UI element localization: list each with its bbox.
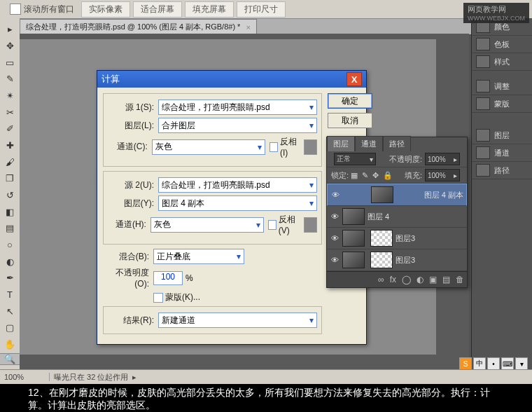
visibility-icon[interactable]: 👁: [330, 212, 340, 221]
src1-label: 源 1(S):: [108, 102, 154, 114]
layer-thumb: [371, 186, 393, 203]
chevron-down-icon: ▾: [256, 220, 260, 230]
mask-panel-button[interactable]: 蒙版: [472, 95, 532, 113]
opacity-field[interactable]: 100%▸: [425, 153, 460, 165]
fill-field[interactable]: 100%▸: [425, 169, 460, 181]
ime-badges: S 中 • ⌨ ▾: [459, 357, 528, 370]
layers-panel: 图层 通道 路径 正常▾ 不透明度: 100%▸ 锁定: ▦ ✎ ✥ 🔒 填充:…: [326, 137, 468, 288]
zoom-tool[interactable]: 🔍: [0, 353, 20, 365]
close-icon[interactable]: X: [346, 72, 362, 86]
result-select[interactable]: 新建通道▾: [158, 313, 317, 328]
cancel-button[interactable]: 取消: [328, 113, 372, 128]
new-layer-icon[interactable]: ▤: [442, 275, 450, 284]
folder-icon[interactable]: ▣: [429, 275, 437, 284]
hand-tool[interactable]: ✋: [2, 337, 18, 352]
src1-chan-select[interactable]: 灰色▾: [152, 139, 265, 155]
opacity-input[interactable]: 100: [153, 271, 183, 285]
tab-paths[interactable]: 路径: [383, 136, 411, 151]
ime-kbd-icon[interactable]: ⌨: [501, 357, 514, 370]
marquee-tool[interactable]: ▭: [2, 55, 18, 70]
path-tool[interactable]: ↖: [2, 303, 18, 319]
link-icon[interactable]: ∞: [378, 275, 384, 284]
ime-ext-icon[interactable]: ▾: [515, 357, 528, 370]
fx-icon[interactable]: fx: [390, 275, 396, 284]
lock-brush-icon[interactable]: ✎: [362, 171, 368, 180]
visibility-icon[interactable]: 👁: [330, 191, 340, 199]
layer-thumb: [342, 252, 365, 268]
ime-icon[interactable]: S: [459, 357, 472, 370]
dodge-tool[interactable]: ◐: [2, 254, 18, 269]
mask-icon[interactable]: ◯: [402, 275, 411, 284]
swatches-panel-button[interactable]: 色板: [472, 36, 532, 53]
lasso-tool[interactable]: ✎: [2, 71, 18, 87]
history-brush-tool[interactable]: ↺: [2, 188, 18, 203]
src2-select[interactable]: 综合处理，打造明亮眼睛.psd▾: [158, 177, 317, 193]
visibility-icon[interactable]: 👁: [330, 256, 340, 264]
ime-lang-icon[interactable]: 中: [473, 357, 486, 370]
pen-tool[interactable]: ✒: [2, 270, 18, 286]
src2-invert-checkbox[interactable]: 反相(V): [268, 214, 301, 235]
lock-all-icon[interactable]: 🔒: [383, 171, 393, 180]
layers-footer: ∞ fx ◯ ◐ ▣ ▤ 🗑: [327, 271, 467, 287]
layer-row[interactable]: 👁图层 4 副本: [327, 184, 467, 206]
tab-channels[interactable]: 通道: [355, 136, 383, 151]
document-tab[interactable]: 综合处理，打造明亮眼睛.psd @ 100% (图层 4 副本, RGB/8#)…: [20, 19, 257, 34]
src1-layer-select[interactable]: 合并图层▾: [158, 118, 317, 133]
eyedropper-tool[interactable]: ✐: [2, 121, 18, 137]
blur-tool[interactable]: ○: [2, 238, 18, 253]
watermark: 网页教学网 WWW.WEBJX.COM: [463, 3, 529, 23]
opacity-label: 不透明度(O):: [103, 267, 149, 289]
adjust-icon: [476, 80, 490, 92]
shape-tool[interactable]: ▢: [2, 320, 18, 336]
eraser-tool[interactable]: ◧: [2, 204, 18, 219]
ime-punct-icon[interactable]: •: [487, 357, 500, 370]
close-tab-icon[interactable]: ×: [246, 23, 250, 32]
crop-tool[interactable]: ✂: [2, 104, 18, 120]
layer-row[interactable]: 👁图层3: [327, 249, 467, 271]
ps-icon: ▸: [2, 22, 18, 37]
dialog-titlebar[interactable]: 计算 X: [97, 71, 366, 88]
src2-layer-select[interactable]: 图层 4 副本▾: [158, 195, 317, 211]
layer-row[interactable]: 👁图层 4: [327, 206, 467, 228]
layer-thumb: [342, 230, 365, 247]
layer-row[interactable]: 👁图层3: [327, 228, 467, 249]
move-tool[interactable]: ✥: [2, 39, 18, 54]
gradient-tool[interactable]: ▤: [2, 221, 18, 236]
heal-tool[interactable]: ✚: [2, 138, 18, 153]
wand-tool[interactable]: ✴: [2, 88, 18, 104]
zoom-field[interactable]: 100%: [4, 373, 50, 381]
options-bar: 滚动所有窗口 实际像素 适合屏幕 填充屏幕 打印尺寸: [0, 0, 532, 19]
dialog-title: 计算: [102, 73, 120, 85]
src2-chan-select[interactable]: 灰色▾: [150, 217, 264, 233]
fill-screen-button[interactable]: 填充屏幕: [185, 1, 234, 18]
lock-move-icon[interactable]: ✥: [372, 171, 379, 180]
lock-pixels-icon[interactable]: ▦: [351, 171, 358, 180]
src1-select[interactable]: 综合处理，打造明亮眼睛.psd▾: [158, 99, 317, 115]
mask-checkbox[interactable]: 蒙版(K)...: [153, 291, 200, 303]
paths-panel-button[interactable]: 路径: [472, 162, 532, 179]
scroll-checkbox[interactable]: [10, 4, 21, 15]
blend-select[interactable]: 正片叠底▾: [153, 249, 244, 264]
fit-screen-button[interactable]: 适合屏幕: [133, 1, 182, 18]
layers-panel-button[interactable]: 图层: [472, 127, 532, 144]
status-info: 曝光只在 32 位起作用: [54, 372, 128, 383]
result-group: 结果(R): 新建通道▾: [103, 306, 322, 334]
layers-icon: [476, 129, 490, 142]
tab-layers[interactable]: 图层: [327, 136, 355, 151]
chevron-right-icon[interactable]: ▸: [132, 373, 136, 382]
blend-mode-select[interactable]: 正常▾: [334, 153, 376, 165]
brush-tool[interactable]: 🖌: [2, 154, 18, 170]
src1-invert-checkbox[interactable]: 反相(I): [270, 136, 301, 158]
actual-pixels-button[interactable]: 实际像素: [81, 1, 130, 18]
adjust-panel-button[interactable]: 调整: [472, 78, 532, 95]
print-size-button[interactable]: 打印尺寸: [237, 1, 286, 18]
styles-panel-button[interactable]: 样式: [472, 53, 532, 71]
type-tool[interactable]: T: [2, 287, 18, 303]
adjustment-icon[interactable]: ◐: [416, 275, 424, 284]
ok-button[interactable]: 确定: [328, 93, 372, 109]
trash-icon[interactable]: 🗑: [456, 275, 464, 284]
channels-panel-button[interactable]: 通道: [472, 144, 532, 162]
mask-icon: [476, 97, 490, 110]
visibility-icon[interactable]: 👁: [330, 234, 340, 242]
stamp-tool[interactable]: ❐: [2, 171, 18, 186]
